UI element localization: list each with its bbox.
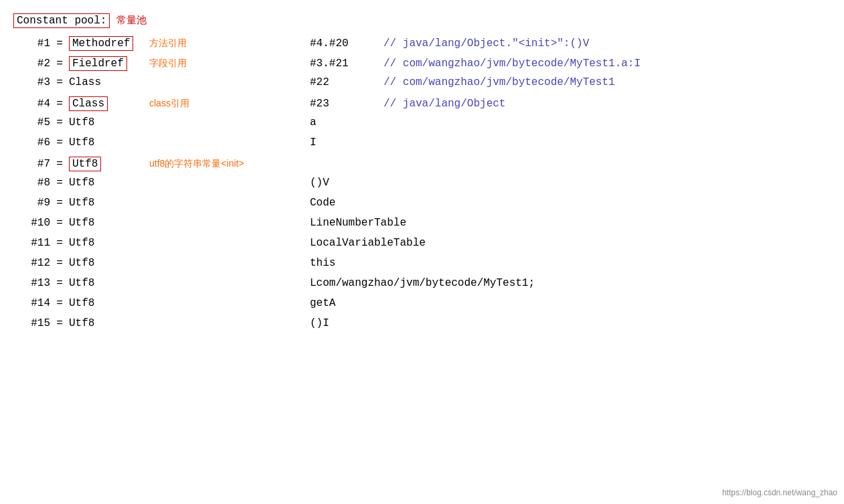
entry-eq: = [50, 158, 69, 170]
table-row: #1=Methodref方法引用#4.#20// java/lang/Objec… [13, 35, 831, 55]
entry-type: Utf8 [69, 277, 149, 289]
entry-comment: // com/wangzhao/jvm/bytecode/MyTest1 [384, 76, 615, 88]
entry-type: Utf8 [69, 297, 149, 309]
entry-comment: // java/lang/Object [384, 98, 505, 110]
entry-eq: = [50, 76, 69, 88]
entry-num: #9 [13, 197, 50, 209]
entry-num: #7 [13, 158, 50, 170]
entry-num: #5 [13, 116, 50, 129]
table-row: #8=Utf8()V [13, 175, 831, 195]
entry-annotation-chinese: class引用 [149, 98, 189, 108]
entry-annotation: 字段引用 [149, 58, 310, 70]
entry-num: #2 [13, 58, 50, 70]
entry-num: #12 [13, 257, 50, 269]
entry-num: #6 [13, 137, 50, 149]
entry-type: Utf8 [69, 116, 149, 129]
entry-ref: ()V [310, 177, 384, 189]
entry-type: Class [69, 96, 149, 111]
entry-type: Utf8 [69, 137, 149, 149]
entry-eq: = [50, 58, 69, 70]
entry-type-boxed: Utf8 [69, 157, 101, 171]
table-row: #5=Utf8a [13, 115, 831, 135]
entry-eq: = [50, 177, 69, 189]
entry-ref: getA [310, 297, 384, 309]
table-row: #9=Utf8Code [13, 195, 831, 216]
entry-type-boxed: Fieldref [69, 56, 127, 71]
constant-pool-label: Constant pool: [13, 13, 110, 28]
entry-num: #11 [13, 237, 50, 249]
entry-type: Utf8 [69, 237, 149, 249]
entry-eq: = [50, 116, 69, 129]
entry-annotation: utf8的字符串常量<init> [149, 158, 310, 170]
constant-pool-chinese: 常量池 [116, 14, 147, 27]
entry-ref: #4.#20 [310, 37, 384, 50]
table-row: #15=Utf8()I [13, 316, 831, 336]
table-row: #2=Fieldref字段引用#3.#21// com/wangzhao/jvm… [13, 55, 831, 75]
entry-type: Class [69, 76, 149, 88]
entry-eq: = [50, 197, 69, 209]
entry-annotation-chinese: utf8的字符串常量<init> [149, 158, 244, 169]
entry-eq: = [50, 317, 69, 329]
entry-ref: #23 [310, 98, 384, 110]
entry-type-boxed: Methodref [69, 36, 133, 51]
entry-eq: = [50, 237, 69, 249]
entry-eq: = [50, 297, 69, 309]
table-row: #11=Utf8LocalVariableTable [13, 236, 831, 256]
entry-annotation-chinese: 字段引用 [149, 58, 187, 68]
entry-ref: ()I [310, 317, 384, 329]
entry-num: #8 [13, 177, 50, 189]
entry-ref: Lcom/wangzhao/jvm/bytecode/MyTest1; [310, 277, 384, 289]
entry-ref: Code [310, 197, 384, 209]
entry-annotation: class引用 [149, 98, 310, 110]
entry-type: Methodref [69, 36, 149, 51]
entry-type: Utf8 [69, 157, 149, 171]
table-row: #12=Utf8this [13, 256, 831, 276]
entry-num: #4 [13, 98, 50, 110]
entry-eq: = [50, 98, 69, 110]
entry-ref: a [310, 116, 384, 129]
table-row: #3=Class#22// com/wangzhao/jvm/bytecode/… [13, 75, 831, 95]
content-area: Constant pool: 常量池 #1=Methodref方法引用#4.#2… [13, 7, 831, 343]
entry-comment: // com/wangzhao/jvm/bytecode/MyTest1.a:I [384, 58, 641, 70]
entry-comment: // java/lang/Object."<init>":()V [384, 37, 589, 50]
entry-num: #3 [13, 76, 50, 88]
entry-annotation-chinese: 方法引用 [149, 37, 187, 48]
entry-type: Utf8 [69, 317, 149, 329]
entry-ref: I [310, 137, 384, 149]
entry-ref: LineNumberTable [310, 217, 384, 229]
entry-ref: #22 [310, 76, 384, 88]
entry-annotation: 方法引用 [149, 37, 310, 50]
table-row: #4=Classclass引用#23// java/lang/Object [13, 95, 831, 115]
table-row: #13=Utf8Lcom/wangzhao/jvm/bytecode/MyTes… [13, 276, 831, 296]
entry-num: #14 [13, 297, 50, 309]
entry-type: Fieldref [69, 56, 149, 71]
constant-pool-header: Constant pool: 常量池 [13, 13, 831, 28]
entry-type: Utf8 [69, 197, 149, 209]
entry-num: #15 [13, 317, 50, 329]
entry-ref: LocalVariableTable [310, 237, 384, 249]
entry-ref: this [310, 257, 384, 269]
entry-eq: = [50, 257, 69, 269]
entry-type-boxed: Class [69, 96, 108, 111]
entry-eq: = [50, 217, 69, 229]
entry-type: Utf8 [69, 217, 149, 229]
entry-num: #1 [13, 37, 50, 50]
table-row: #10=Utf8LineNumberTable [13, 216, 831, 236]
entries-container: #1=Methodref方法引用#4.#20// java/lang/Objec… [13, 35, 831, 336]
entry-ref: #3.#21 [310, 58, 384, 70]
entry-eq: = [50, 277, 69, 289]
entry-num: #10 [13, 217, 50, 229]
entry-type: Utf8 [69, 257, 149, 269]
table-row: #7=Utf8utf8的字符串常量<init> [13, 155, 831, 175]
entry-eq: = [50, 37, 69, 50]
entry-num: #13 [13, 277, 50, 289]
table-row: #14=Utf8getA [13, 296, 831, 316]
table-row: #6=Utf8I [13, 135, 831, 155]
entry-eq: = [50, 137, 69, 149]
entry-type: Utf8 [69, 177, 149, 189]
watermark: https://blog.csdn.net/wang_zhao [722, 488, 837, 497]
